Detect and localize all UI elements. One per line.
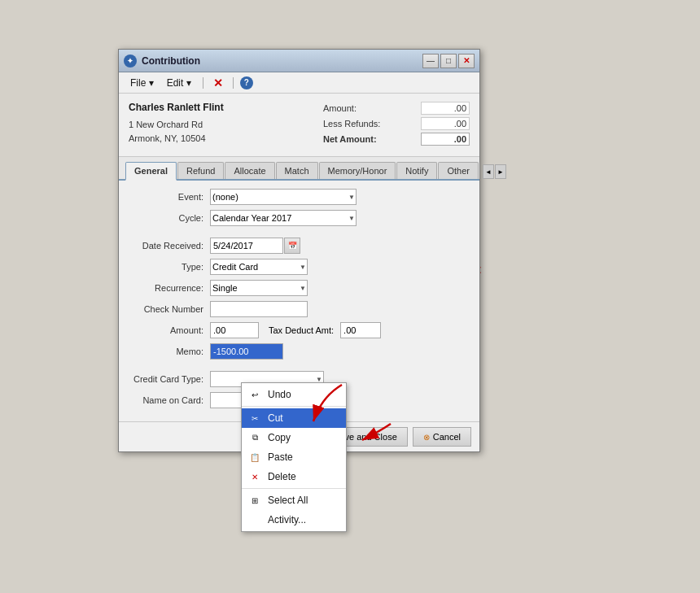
credit-card-type-label: Credit Card Type: <box>129 374 210 384</box>
tax-deduct-input[interactable] <box>340 322 381 338</box>
date-picker-button[interactable]: 📅 <box>284 238 300 254</box>
event-select-wrapper: (none) <box>210 189 357 205</box>
cycle-label: Cycle: <box>129 213 210 223</box>
recurrence-select-wrapper: Single <box>210 280 308 296</box>
type-select-wrapper: Credit Card <box>210 259 308 275</box>
date-received-control: 📅 <box>210 238 470 254</box>
paste-icon: 📋 <box>248 451 261 464</box>
less-refunds-row: Less Refunds: .00 <box>323 117 470 130</box>
type-control: Credit Card <box>210 259 470 275</box>
tab-memory-honor[interactable]: Memory/Honor <box>319 162 396 179</box>
delete-ctx-icon: ✕ <box>248 470 261 483</box>
cut-icon: ✂ <box>248 412 261 425</box>
amount-tax-row: Amount: Tax Deduct Amt: <box>129 322 470 338</box>
net-amount-value: .00 <box>421 133 470 146</box>
arrow-to-cut <box>354 420 395 455</box>
event-select[interactable]: (none) <box>210 189 357 205</box>
tab-general[interactable]: General <box>125 162 177 181</box>
help-icon[interactable]: ? <box>240 76 253 89</box>
undo-icon: ↩ <box>248 388 261 401</box>
check-number-input[interactable] <box>210 301 308 317</box>
menu-bar: File ▾ Edit ▾ ✕ ? <box>119 72 479 94</box>
date-received-row: Date Received: 📅 <box>129 238 470 254</box>
spacer-2 <box>129 364 470 371</box>
title-bar: ✦ Contribution — □ ✕ <box>119 50 479 72</box>
minimize-button[interactable]: — <box>422 54 439 68</box>
less-refunds-label: Less Refunds: <box>323 119 380 129</box>
recurrence-row: Recurrence: Single <box>129 280 470 296</box>
check-number-row: Check Number <box>129 301 470 317</box>
title-bar-buttons: — □ ✕ <box>422 54 475 68</box>
type-label: Type: <box>129 262 210 272</box>
context-menu-activity[interactable]: Activity... <box>242 510 346 530</box>
header-info: Charles Ranlett Flint 1 New Orchard Rd A… <box>119 94 479 157</box>
less-refunds-value: .00 <box>421 117 470 130</box>
person-name: Charles Ranlett Flint <box>129 102 315 113</box>
memo-label: Memo: <box>129 347 210 356</box>
tab-notify[interactable]: Notify <box>396 162 437 179</box>
menu-separator <box>203 77 203 89</box>
copy-icon: ⧉ <box>248 431 261 444</box>
event-label: Event: <box>129 192 210 202</box>
tab-allocate[interactable]: Allocate <box>225 162 274 179</box>
type-select[interactable]: Credit Card <box>210 259 308 275</box>
tab-refund[interactable]: Refund <box>177 162 224 179</box>
tab-match[interactable]: Match <box>276 162 318 179</box>
maximize-button[interactable]: □ <box>440 54 457 68</box>
context-menu-delete[interactable]: ✕ Delete <box>242 467 346 486</box>
cycle-row: Cycle: Calendar Year 2017 <box>129 210 470 226</box>
type-row: Type: Credit Card <box>129 259 470 275</box>
recurrence-select[interactable]: Single <box>210 280 308 296</box>
menu-separator-2 <box>233 77 234 89</box>
memo-row: Memo: <box>129 343 470 360</box>
cycle-select-wrapper: Calendar Year 2017 <box>210 210 357 226</box>
tab-scroll-right[interactable]: ► <box>495 164 506 179</box>
recurrence-label: Recurrence: <box>129 283 210 293</box>
menu-file[interactable]: File ▾ <box>125 76 159 90</box>
context-menu-separator-2 <box>242 488 346 489</box>
tax-deduct-label: Tax Deduct Amt: <box>269 325 334 335</box>
context-menu-select-all[interactable]: ⊞ Select All <box>242 491 346 510</box>
date-received-label: Date Received: <box>129 241 210 251</box>
header-left: Charles Ranlett Flint 1 New Orchard Rd A… <box>129 102 315 148</box>
memo-control <box>210 343 470 360</box>
amount-label: Amount: <box>323 103 357 113</box>
activity-icon <box>248 513 261 526</box>
menu-edit[interactable]: Edit ▾ <box>162 76 196 90</box>
check-number-control <box>210 301 470 317</box>
cycle-select[interactable]: Calendar Year 2017 <box>210 210 357 226</box>
screenshot-container: Highlight the refund amount and righ-cli… <box>0 0 700 593</box>
select-all-icon: ⊞ <box>248 494 261 507</box>
window-title: Contribution <box>142 55 422 67</box>
name-on-card-label: Name on Card: <box>129 395 210 405</box>
amount-form-label: Amount: <box>129 325 210 335</box>
window-icon: ✦ <box>124 55 137 68</box>
net-amount-label: Net Amount: <box>323 134 377 144</box>
tab-arrows: ◄ ► <box>483 164 506 179</box>
close-button[interactable]: ✕ <box>458 54 475 68</box>
event-control: (none) <box>210 189 470 205</box>
tabs-container: General Refund Allocate Match Memory/Hon… <box>119 157 479 181</box>
amount-fields: Tax Deduct Amt: <box>210 322 470 338</box>
cancel-button[interactable]: ⊗ Cancel <box>413 427 471 447</box>
net-amount-row: Net Amount: .00 <box>323 133 470 146</box>
header-right: Amount: .00 Less Refunds: .00 Net Amount… <box>323 102 470 148</box>
tab-other[interactable]: Other <box>438 162 479 179</box>
amount-row: Amount: .00 <box>323 102 470 115</box>
memo-input[interactable] <box>210 343 283 360</box>
recurrence-control: Single <box>210 280 470 296</box>
cycle-control: Calendar Year 2017 <box>210 210 470 226</box>
person-address: 1 New Orchard Rd Armonk, NY, 10504 <box>129 118 315 145</box>
tab-scroll-left[interactable]: ◄ <box>483 164 494 179</box>
date-received-input[interactable] <box>210 238 283 254</box>
check-number-label: Check Number <box>129 304 210 314</box>
context-menu-paste[interactable]: 📋 Paste <box>242 447 346 467</box>
amount-value: .00 <box>421 102 470 115</box>
amount-input[interactable] <box>210 322 259 338</box>
cancel-icon: ⊗ <box>423 433 430 442</box>
arrow-to-memo <box>305 381 346 432</box>
event-row: Event: (none) <box>129 189 470 205</box>
spacer <box>129 231 470 238</box>
delete-icon[interactable]: ✕ <box>210 76 226 89</box>
